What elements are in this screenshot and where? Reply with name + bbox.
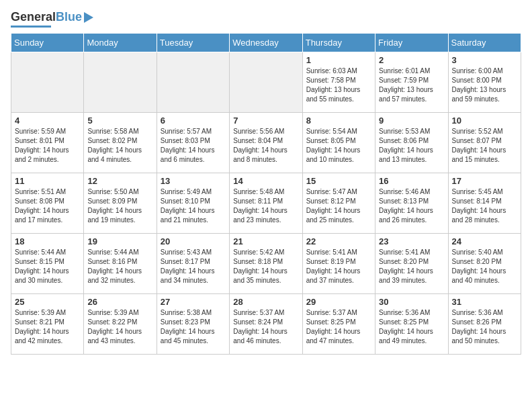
calendar-day-cell: 10Sunrise: 5:52 AMSunset: 8:07 PMDayligh…	[448, 112, 521, 173]
day-info: Sunrise: 5:58 AMSunset: 8:02 PMDaylight:…	[87, 127, 152, 165]
day-info: Sunrise: 5:46 AMSunset: 8:13 PMDaylight:…	[379, 187, 444, 225]
day-info: Sunrise: 5:39 AMSunset: 8:21 PMDaylight:…	[15, 308, 80, 346]
day-info: Sunrise: 5:41 AMSunset: 8:20 PMDaylight:…	[379, 248, 444, 285]
day-number: 19	[87, 236, 152, 246]
day-info: Sunrise: 5:36 AMSunset: 8:25 PMDaylight:…	[379, 308, 444, 346]
calendar-day-cell: 18Sunrise: 5:44 AMSunset: 8:15 PMDayligh…	[11, 233, 84, 293]
day-number: 25	[15, 297, 80, 307]
day-number: 24	[452, 236, 517, 246]
day-of-week-header: Wednesday	[230, 33, 302, 52]
day-info: Sunrise: 5:39 AMSunset: 8:22 PMDaylight:…	[87, 308, 152, 346]
calendar-day-cell: 29Sunrise: 5:37 AMSunset: 8:25 PMDayligh…	[302, 293, 375, 354]
day-number: 1	[306, 55, 371, 65]
calendar-day-cell: 5Sunrise: 5:58 AMSunset: 8:02 PMDaylight…	[84, 112, 157, 173]
day-of-week-header: Monday	[84, 33, 157, 52]
calendar-header-row: SundayMondayTuesdayWednesdayThursdayFrid…	[11, 33, 521, 52]
calendar-day-cell	[11, 52, 84, 112]
calendar-week-row: 11Sunrise: 5:51 AMSunset: 8:08 PMDayligh…	[11, 173, 521, 233]
day-number: 17	[452, 176, 517, 186]
day-number: 18	[15, 236, 80, 246]
day-info: Sunrise: 5:36 AMSunset: 8:26 PMDaylight:…	[452, 308, 517, 346]
day-info: Sunrise: 6:01 AMSunset: 7:59 PMDaylight:…	[379, 66, 444, 104]
calendar-day-cell: 11Sunrise: 5:51 AMSunset: 8:08 PMDayligh…	[11, 173, 84, 233]
calendar-day-cell: 15Sunrise: 5:47 AMSunset: 8:12 PMDayligh…	[302, 173, 375, 233]
day-of-week-header: Sunday	[11, 33, 84, 52]
calendar-week-row: 4Sunrise: 5:59 AMSunset: 8:01 PMDaylight…	[11, 112, 521, 173]
day-number: 27	[161, 297, 226, 307]
calendar-day-cell: 16Sunrise: 5:46 AMSunset: 8:13 PMDayligh…	[375, 173, 448, 233]
day-number: 15	[306, 176, 371, 186]
day-number: 21	[233, 236, 298, 246]
day-info: Sunrise: 5:57 AMSunset: 8:03 PMDaylight:…	[161, 127, 226, 165]
calendar-day-cell: 21Sunrise: 5:42 AMSunset: 8:18 PMDayligh…	[230, 233, 302, 293]
day-number: 13	[161, 176, 226, 186]
calendar-day-cell: 24Sunrise: 5:40 AMSunset: 8:20 PMDayligh…	[448, 233, 521, 293]
day-number: 16	[379, 176, 444, 186]
logo-text: GeneralBlue	[11, 11, 82, 24]
calendar-week-row: 1Sunrise: 6:03 AMSunset: 7:58 PMDaylight…	[11, 52, 521, 112]
day-number: 4	[15, 116, 80, 126]
calendar-day-cell	[157, 52, 229, 112]
calendar-day-cell: 4Sunrise: 5:59 AMSunset: 8:01 PMDaylight…	[11, 112, 84, 173]
day-number: 23	[379, 236, 444, 246]
calendar-day-cell: 28Sunrise: 5:37 AMSunset: 8:24 PMDayligh…	[230, 293, 302, 354]
day-number: 22	[306, 236, 371, 246]
calendar-day-cell: 19Sunrise: 5:44 AMSunset: 8:16 PMDayligh…	[84, 233, 157, 293]
calendar-day-cell: 1Sunrise: 6:03 AMSunset: 7:58 PMDaylight…	[302, 52, 375, 112]
day-info: Sunrise: 5:50 AMSunset: 8:09 PMDaylight:…	[87, 187, 152, 225]
day-number: 3	[452, 55, 517, 65]
day-info: Sunrise: 5:38 AMSunset: 8:23 PMDaylight:…	[161, 308, 226, 346]
day-info: Sunrise: 5:56 AMSunset: 8:04 PMDaylight:…	[233, 127, 298, 165]
calendar-day-cell: 22Sunrise: 5:41 AMSunset: 8:19 PMDayligh…	[302, 233, 375, 293]
day-info: Sunrise: 6:03 AMSunset: 7:58 PMDaylight:…	[306, 66, 371, 104]
day-info: Sunrise: 5:54 AMSunset: 8:05 PMDaylight:…	[306, 127, 371, 165]
day-number: 6	[161, 116, 226, 126]
day-info: Sunrise: 5:47 AMSunset: 8:12 PMDaylight:…	[306, 187, 371, 225]
calendar-day-cell: 8Sunrise: 5:54 AMSunset: 8:05 PMDaylight…	[302, 112, 375, 173]
day-info: Sunrise: 5:41 AMSunset: 8:19 PMDaylight:…	[306, 248, 371, 285]
day-info: Sunrise: 5:52 AMSunset: 8:07 PMDaylight:…	[452, 127, 517, 165]
day-info: Sunrise: 5:53 AMSunset: 8:06 PMDaylight:…	[379, 127, 444, 165]
calendar-day-cell: 26Sunrise: 5:39 AMSunset: 8:22 PMDayligh…	[84, 293, 157, 354]
calendar-week-row: 18Sunrise: 5:44 AMSunset: 8:15 PMDayligh…	[11, 233, 521, 293]
day-info: Sunrise: 5:44 AMSunset: 8:16 PMDaylight:…	[87, 248, 152, 285]
day-info: Sunrise: 5:42 AMSunset: 8:18 PMDaylight:…	[233, 248, 298, 285]
day-of-week-header: Thursday	[302, 33, 375, 52]
day-number: 7	[233, 116, 298, 126]
day-of-week-header: Saturday	[448, 33, 521, 52]
calendar-day-cell: 13Sunrise: 5:49 AMSunset: 8:10 PMDayligh…	[157, 173, 229, 233]
day-number: 30	[379, 297, 444, 307]
day-of-week-header: Friday	[375, 33, 448, 52]
day-of-week-header: Tuesday	[157, 33, 229, 52]
calendar-day-cell: 30Sunrise: 5:36 AMSunset: 8:25 PMDayligh…	[375, 293, 448, 354]
day-number: 20	[161, 236, 226, 246]
day-number: 9	[379, 116, 444, 126]
day-number: 11	[15, 176, 80, 186]
calendar-day-cell: 17Sunrise: 5:45 AMSunset: 8:14 PMDayligh…	[448, 173, 521, 233]
day-number: 5	[87, 116, 152, 126]
day-info: Sunrise: 5:45 AMSunset: 8:14 PMDaylight:…	[452, 187, 517, 225]
day-number: 26	[87, 297, 152, 307]
day-info: Sunrise: 5:48 AMSunset: 8:11 PMDaylight:…	[233, 187, 298, 225]
day-info: Sunrise: 5:49 AMSunset: 8:10 PMDaylight:…	[161, 187, 226, 225]
calendar-day-cell: 3Sunrise: 6:00 AMSunset: 8:00 PMDaylight…	[448, 52, 521, 112]
day-number: 12	[87, 176, 152, 186]
calendar-table: SundayMondayTuesdayWednesdayThursdayFrid…	[11, 33, 521, 355]
calendar-day-cell: 14Sunrise: 5:48 AMSunset: 8:11 PMDayligh…	[230, 173, 302, 233]
calendar-day-cell: 20Sunrise: 5:43 AMSunset: 8:17 PMDayligh…	[157, 233, 229, 293]
calendar-day-cell: 27Sunrise: 5:38 AMSunset: 8:23 PMDayligh…	[157, 293, 229, 354]
page-header: GeneralBlue	[11, 11, 521, 28]
day-info: Sunrise: 5:40 AMSunset: 8:20 PMDaylight:…	[452, 248, 517, 285]
calendar-day-cell: 12Sunrise: 5:50 AMSunset: 8:09 PMDayligh…	[84, 173, 157, 233]
calendar-day-cell: 2Sunrise: 6:01 AMSunset: 7:59 PMDaylight…	[375, 52, 448, 112]
day-info: Sunrise: 5:51 AMSunset: 8:08 PMDaylight:…	[15, 187, 80, 225]
day-number: 14	[233, 176, 298, 186]
day-info: Sunrise: 5:37 AMSunset: 8:25 PMDaylight:…	[306, 308, 371, 346]
day-number: 29	[306, 297, 371, 307]
day-number: 28	[233, 297, 298, 307]
calendar-day-cell	[230, 52, 302, 112]
day-info: Sunrise: 5:37 AMSunset: 8:24 PMDaylight:…	[233, 308, 298, 346]
logo: GeneralBlue	[11, 11, 93, 28]
day-number: 31	[452, 297, 517, 307]
day-number: 8	[306, 116, 371, 126]
